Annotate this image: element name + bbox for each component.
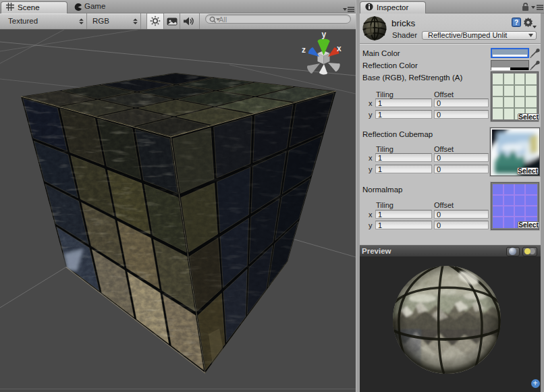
svg-text:x: x bbox=[337, 44, 342, 53]
svg-text:z: z bbox=[302, 45, 306, 55]
svg-text:?: ? bbox=[514, 19, 518, 26]
svg-text:y: y bbox=[322, 30, 327, 39]
